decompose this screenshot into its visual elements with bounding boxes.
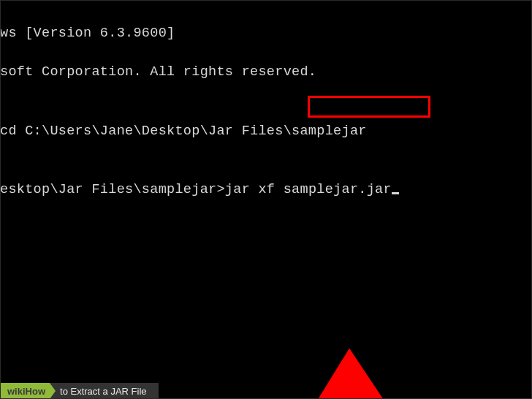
output-line-version: ws [Version 6.3.9600]	[0, 24, 532, 44]
cursor-icon	[392, 192, 399, 194]
caption-bar: wikiHow to Extract a JAR File	[0, 377, 159, 399]
caption-title: to Extract a JAR File	[50, 383, 158, 399]
wikihow-logo: wikiHow	[0, 383, 50, 399]
logo-text: wikiHow	[7, 386, 45, 397]
prompt-line[interactable]: esktop\Jar Files\samplejar>jar xf sample…	[0, 180, 532, 200]
command-text: jar xf samplejar.jar	[225, 182, 392, 197]
output-line-copyright: soft Corporation. All rights reserved.	[0, 63, 532, 83]
prompt-path: esktop\Jar Files\samplejar>	[0, 182, 225, 197]
output-line-cd: cd C:\Users\Jane\Desktop\Jar Files\sampl…	[0, 122, 532, 142]
terminal-window[interactable]: ws [Version 6.3.9600] soft Corporation. …	[0, 0, 532, 220]
pointer-arrow-icon	[0, 220, 532, 399]
